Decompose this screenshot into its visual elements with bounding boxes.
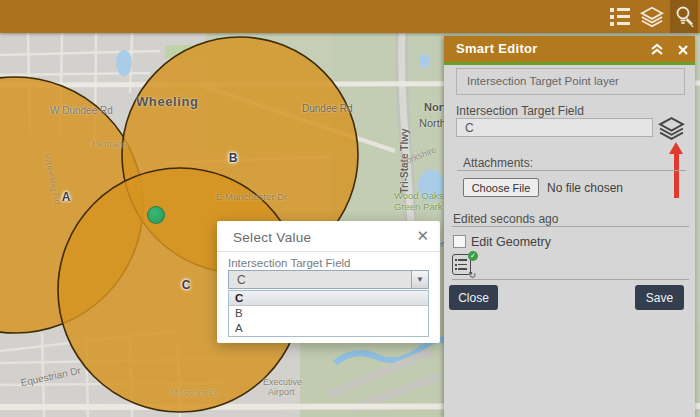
edit-geometry-label: Edit Geometry xyxy=(471,235,551,249)
legend-button[interactable] xyxy=(606,0,634,33)
feature-marker-a[interactable]: A xyxy=(62,190,71,204)
dialog-title: Select Value xyxy=(233,230,311,245)
panel-accent-strip xyxy=(444,62,695,65)
divider xyxy=(452,226,689,227)
smart-editor-button[interactable] xyxy=(670,0,698,33)
smart-editor-panel: Smart Editor Intersection Target Point l… xyxy=(444,36,695,417)
layers-button[interactable] xyxy=(638,0,666,33)
layers-icon xyxy=(640,5,664,29)
dialog-field-label: Intersection Target Field xyxy=(228,257,351,269)
panel-header: Smart Editor xyxy=(444,36,695,62)
dialog-divider xyxy=(217,251,440,252)
collapse-icon[interactable] xyxy=(649,41,665,57)
select-layer-icon[interactable] xyxy=(658,116,685,141)
chevron-down-icon: ▼ xyxy=(416,276,424,284)
edit-geometry-checkbox[interactable] xyxy=(453,235,466,248)
target-field-label: Intersection Target Field xyxy=(456,104,584,118)
value-option-list: C B A xyxy=(228,290,429,337)
divider xyxy=(457,170,686,171)
check-badge-icon: ✓ xyxy=(468,251,478,261)
attribute-editor-icon[interactable]: ✓ ↻ xyxy=(452,251,480,278)
select-value-dialog: Select Value ✕ Intersection Target Field… xyxy=(217,221,440,343)
option-b[interactable]: B xyxy=(229,306,428,321)
legend-icon xyxy=(610,8,630,26)
edited-status-text: Edited seconds ago xyxy=(453,212,558,226)
dialog-close-icon[interactable]: ✕ xyxy=(416,227,429,245)
no-file-chosen-text: No file chosen xyxy=(547,181,623,195)
feature-marker-c[interactable]: C xyxy=(182,278,191,292)
save-button[interactable]: Save xyxy=(635,285,684,310)
close-button[interactable]: Close xyxy=(449,285,498,310)
target-field-input[interactable] xyxy=(456,118,653,137)
select-caret-button[interactable]: ▼ xyxy=(411,271,428,288)
feature-marker-b[interactable]: B xyxy=(229,151,238,165)
value-select-current: C xyxy=(237,273,246,287)
value-select[interactable]: C ▼ xyxy=(228,270,429,289)
annotation-arrow-icon xyxy=(663,142,689,200)
option-c[interactable]: C xyxy=(229,291,428,306)
panel-title: Smart Editor xyxy=(456,41,538,56)
close-icon[interactable] xyxy=(676,41,690,57)
option-a[interactable]: A xyxy=(229,321,428,336)
attachments-label: Attachments: xyxy=(463,156,533,170)
app-toolbar xyxy=(0,0,700,33)
edited-point-feature[interactable] xyxy=(147,206,165,224)
smart-editor-icon xyxy=(672,4,696,30)
app-window: Wheeling W Dundee Rd Dundee Rd Heritage … xyxy=(0,0,700,417)
target-layer-name[interactable]: Intersection Target Point layer xyxy=(456,68,685,95)
choose-file-button[interactable]: Choose File xyxy=(463,178,539,197)
divider xyxy=(452,279,689,280)
